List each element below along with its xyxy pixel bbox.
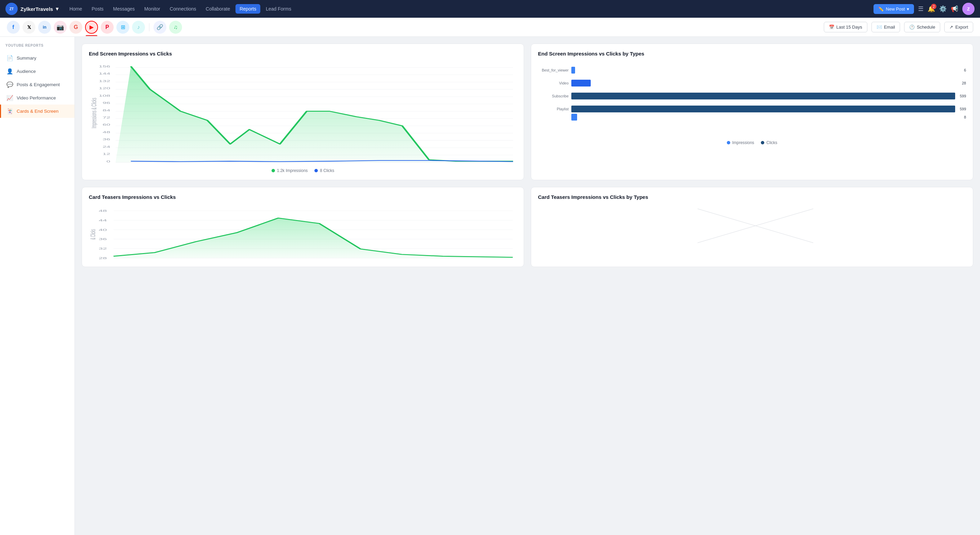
svg-text:36: 36 — [99, 237, 107, 241]
nav-monitor[interactable]: Monitor — [140, 4, 164, 14]
schedule-button[interactable]: 🕐 Schedule — [904, 22, 940, 32]
nav-home[interactable]: Home — [65, 4, 86, 14]
sidebar-section-label: YOUTUBE REPORTS — [0, 43, 75, 51]
notifications-icon[interactable]: 🔔 2 — [928, 5, 935, 13]
social-twitter[interactable]: 𝕏 — [22, 21, 35, 34]
nav-messages[interactable]: Messages — [109, 4, 139, 14]
svg-text:132: 132 — [99, 79, 110, 82]
bar-row-playlist-clicks: 8 — [538, 114, 966, 121]
card-teasers-bar-svg — [538, 205, 966, 246]
bar-row-video: Video 28 — [538, 80, 966, 86]
avatar[interactable]: Z — [962, 3, 975, 15]
sidebar-item-posts-engagement[interactable]: 💬 Posts & Engagement — [0, 78, 75, 91]
bar-row-playlist: Playlist 599 — [538, 105, 966, 112]
social-pinterest[interactable]: P — [101, 21, 114, 34]
end-screen-bar-chart: End Screen Impressions vs Clicks by Type… — [531, 43, 973, 180]
bar-fill-video — [571, 80, 591, 86]
main-layout: YOUTUBE REPORTS 📄 Summary 👤 Audience 💬 P… — [0, 37, 980, 535]
svg-text:60: 60 — [102, 123, 110, 126]
sidebar-item-cards-end-screen[interactable]: 🃏 Cards & End Screen — [0, 105, 75, 118]
nav-posts[interactable]: Posts — [88, 4, 108, 14]
svg-text:120: 120 — [99, 86, 110, 90]
svg-text:40: 40 — [99, 228, 107, 232]
bar-track-playlist — [571, 105, 955, 112]
brand-icon: ZT — [5, 3, 18, 15]
social-music[interactable]: ♫ — [169, 21, 182, 34]
impressions-legend: 1.2k Impressions — [272, 168, 308, 173]
nav-reports[interactable]: Reports — [235, 4, 260, 14]
social-youtube[interactable]: ▶ — [85, 21, 98, 34]
svg-text:144: 144 — [99, 72, 110, 75]
svg-text:72: 72 — [102, 116, 110, 119]
bar-value-best: 6 — [964, 68, 966, 72]
svg-text:32: 32 — [99, 247, 107, 251]
social-linkedin[interactable]: in — [38, 21, 51, 34]
bar-fill-best — [571, 67, 575, 73]
social-microsoft[interactable]: ⊞ — [116, 21, 129, 34]
notification-badge: 2 — [931, 4, 937, 9]
nav-leadforms[interactable]: Lead Forms — [262, 4, 295, 14]
end-screen-line-title: End Screen Impressions vs Clicks — [89, 51, 517, 56]
posts-engagement-icon: 💬 — [6, 81, 13, 88]
bar-row-subscribe: Subscribe 599 — [538, 93, 966, 99]
bar-legend: Impressions Clicks — [538, 140, 966, 145]
end-screen-impressions-chart: End Screen Impressions vs Clicks 0 12 24… — [82, 43, 524, 180]
social-instagram[interactable]: 📷 — [54, 21, 67, 34]
svg-text:96: 96 — [102, 101, 110, 105]
email-button[interactable]: ✉️ Email — [872, 22, 900, 32]
nav-actions: ✏️ New Post ▾ ☰ 🔔 2 ⚙️ 📢 Z — [873, 3, 975, 15]
bar-fill-subscribe — [571, 93, 955, 99]
date-range-button[interactable]: 📅 Last 15 Days — [824, 22, 867, 32]
bar-clicks-dot — [761, 141, 764, 144]
nav-connections[interactable]: Connections — [166, 4, 200, 14]
svg-text:& Clicks: & Clicks — [89, 229, 97, 240]
svg-text:48: 48 — [102, 130, 110, 134]
charts-row-1: End Screen Impressions vs Clicks 0 12 24… — [82, 43, 973, 180]
bar-impressions-dot — [727, 141, 730, 144]
line-chart-area: 0 12 24 36 48 60 72 84 96 108 120 132 14… — [89, 62, 517, 164]
bar-label-video: Video — [538, 81, 569, 85]
social-facebook[interactable]: f — [7, 21, 20, 34]
svg-text:48: 48 — [99, 209, 107, 213]
bar-label-best: Best_for_viewer — [538, 68, 569, 72]
social-link[interactable]: 🔗 — [153, 21, 166, 34]
bar-clicks-legend: Clicks — [761, 140, 777, 145]
bar-track-subscribe — [571, 93, 955, 99]
sidebar-item-summary[interactable]: 📄 Summary — [0, 51, 75, 65]
bar-fill-playlist-clicks — [571, 114, 577, 121]
card-teasers-chart-area: 28 32 36 40 44 48 & Clicks — [89, 205, 517, 260]
settings-icon[interactable]: ⚙️ — [939, 5, 947, 13]
clicks-dot — [314, 169, 318, 172]
export-button[interactable]: ↗ Export — [944, 22, 973, 32]
sidebar-item-video-performance[interactable]: 📈 Video Performance — [0, 91, 75, 105]
brand-logo[interactable]: ZT ZylkerTravels ▾ — [5, 3, 59, 15]
main-content: End Screen Impressions vs Clicks 0 12 24… — [75, 37, 980, 535]
divider — [149, 23, 150, 31]
card-teasers-bar-title: Card Teasers Impressions vs Clicks by Ty… — [538, 194, 966, 200]
sidebar-item-audience[interactable]: 👤 Audience — [0, 65, 75, 78]
social-google[interactable]: G — [69, 21, 82, 34]
broadcast-icon[interactable]: 📢 — [951, 5, 958, 13]
cards-icon: 🃏 — [6, 108, 13, 114]
new-post-button[interactable]: ✏️ New Post ▾ — [873, 4, 914, 14]
social-tiktok[interactable]: ♪ — [132, 21, 145, 34]
svg-text:84: 84 — [102, 108, 110, 112]
audience-icon: 👤 — [6, 68, 13, 75]
bar-value-playlist: 599 — [960, 107, 966, 111]
svg-text:12: 12 — [102, 152, 110, 156]
bar-track-video — [571, 80, 957, 86]
bar-value-playlist-clicks: 8 — [964, 115, 966, 119]
menu-icon[interactable]: ☰ — [918, 5, 924, 13]
card-teasers-bar-chart: Card Teasers Impressions vs Clicks by Ty… — [531, 187, 973, 267]
bar-impressions-legend: Impressions — [727, 140, 754, 145]
sidebar: YOUTUBE REPORTS 📄 Summary 👤 Audience 💬 P… — [0, 37, 75, 535]
bar-value-subscribe: 599 — [960, 94, 966, 98]
svg-text:28: 28 — [99, 256, 107, 260]
bar-fill-playlist — [571, 105, 955, 112]
bar-track-playlist-clicks — [571, 114, 959, 121]
bar-label-playlist: Playlist — [538, 107, 569, 111]
end-screen-bar-title: End Screen Impressions vs Clicks by Type… — [538, 51, 966, 56]
nav-collaborate[interactable]: Collaborate — [202, 4, 234, 14]
bar-label-subscribe: Subscribe — [538, 94, 569, 98]
bar-row-best: Best_for_viewer 6 — [538, 67, 966, 73]
